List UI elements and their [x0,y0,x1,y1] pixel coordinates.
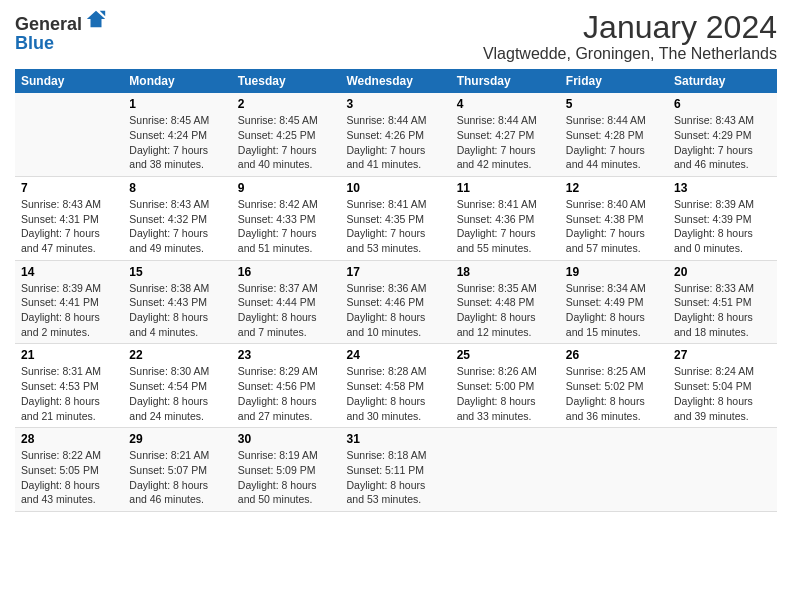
day-number: 25 [457,348,554,362]
header-row: Sunday Monday Tuesday Wednesday Thursday… [15,69,777,93]
col-sunday: Sunday [15,69,123,93]
calendar-cell: 25Sunrise: 8:26 AMSunset: 5:00 PMDayligh… [451,344,560,428]
calendar-week-row: 14Sunrise: 8:39 AMSunset: 4:41 PMDayligh… [15,260,777,344]
day-info: Sunrise: 8:43 AMSunset: 4:31 PMDaylight:… [21,197,117,256]
calendar-cell [560,428,668,512]
day-number: 10 [346,181,444,195]
day-info: Sunrise: 8:21 AMSunset: 5:07 PMDaylight:… [129,448,225,507]
day-number: 23 [238,348,335,362]
calendar-cell [15,93,123,176]
day-info: Sunrise: 8:44 AMSunset: 4:27 PMDaylight:… [457,113,554,172]
day-number: 30 [238,432,335,446]
day-number: 3 [346,97,444,111]
calendar-cell: 9Sunrise: 8:42 AMSunset: 4:33 PMDaylight… [232,176,341,260]
calendar-cell: 18Sunrise: 8:35 AMSunset: 4:48 PMDayligh… [451,260,560,344]
day-number: 27 [674,348,771,362]
day-info: Sunrise: 8:43 AMSunset: 4:32 PMDaylight:… [129,197,225,256]
calendar-table: Sunday Monday Tuesday Wednesday Thursday… [15,69,777,512]
col-saturday: Saturday [668,69,777,93]
day-number: 19 [566,265,662,279]
day-info: Sunrise: 8:30 AMSunset: 4:54 PMDaylight:… [129,364,225,423]
calendar-cell: 10Sunrise: 8:41 AMSunset: 4:35 PMDayligh… [340,176,450,260]
day-number: 7 [21,181,117,195]
calendar-week-row: 21Sunrise: 8:31 AMSunset: 4:53 PMDayligh… [15,344,777,428]
calendar-week-row: 28Sunrise: 8:22 AMSunset: 5:05 PMDayligh… [15,428,777,512]
day-number: 16 [238,265,335,279]
title-area: January 2024 Vlagtwedde, Groningen, The … [483,10,777,63]
calendar-cell: 17Sunrise: 8:36 AMSunset: 4:46 PMDayligh… [340,260,450,344]
calendar-week-row: 7Sunrise: 8:43 AMSunset: 4:31 PMDaylight… [15,176,777,260]
calendar-cell: 23Sunrise: 8:29 AMSunset: 4:56 PMDayligh… [232,344,341,428]
day-number: 28 [21,432,117,446]
calendar-cell: 19Sunrise: 8:34 AMSunset: 4:49 PMDayligh… [560,260,668,344]
calendar-cell: 22Sunrise: 8:30 AMSunset: 4:54 PMDayligh… [123,344,231,428]
col-thursday: Thursday [451,69,560,93]
calendar-cell: 14Sunrise: 8:39 AMSunset: 4:41 PMDayligh… [15,260,123,344]
calendar-cell: 7Sunrise: 8:43 AMSunset: 4:31 PMDaylight… [15,176,123,260]
day-info: Sunrise: 8:42 AMSunset: 4:33 PMDaylight:… [238,197,335,256]
day-info: Sunrise: 8:38 AMSunset: 4:43 PMDaylight:… [129,281,225,340]
col-wednesday: Wednesday [340,69,450,93]
logo-text-general: General [15,15,82,33]
col-monday: Monday [123,69,231,93]
main-container: General Blue January 2024 Vlagtwedde, Gr… [0,0,792,522]
logo: General Blue [15,14,107,52]
calendar-cell: 4Sunrise: 8:44 AMSunset: 4:27 PMDaylight… [451,93,560,176]
day-number: 20 [674,265,771,279]
day-info: Sunrise: 8:26 AMSunset: 5:00 PMDaylight:… [457,364,554,423]
day-info: Sunrise: 8:22 AMSunset: 5:05 PMDaylight:… [21,448,117,507]
day-info: Sunrise: 8:18 AMSunset: 5:11 PMDaylight:… [346,448,444,507]
calendar-cell: 21Sunrise: 8:31 AMSunset: 4:53 PMDayligh… [15,344,123,428]
calendar-cell: 20Sunrise: 8:33 AMSunset: 4:51 PMDayligh… [668,260,777,344]
day-info: Sunrise: 8:39 AMSunset: 4:41 PMDaylight:… [21,281,117,340]
calendar-cell: 3Sunrise: 8:44 AMSunset: 4:26 PMDaylight… [340,93,450,176]
calendar-cell: 2Sunrise: 8:45 AMSunset: 4:25 PMDaylight… [232,93,341,176]
day-info: Sunrise: 8:31 AMSunset: 4:53 PMDaylight:… [21,364,117,423]
day-info: Sunrise: 8:28 AMSunset: 4:58 PMDaylight:… [346,364,444,423]
day-info: Sunrise: 8:33 AMSunset: 4:51 PMDaylight:… [674,281,771,340]
day-number: 18 [457,265,554,279]
month-title: January 2024 [483,10,777,45]
day-info: Sunrise: 8:39 AMSunset: 4:39 PMDaylight:… [674,197,771,256]
day-number: 21 [21,348,117,362]
day-number: 11 [457,181,554,195]
calendar-week-row: 1Sunrise: 8:45 AMSunset: 4:24 PMDaylight… [15,93,777,176]
day-number: 5 [566,97,662,111]
day-number: 29 [129,432,225,446]
day-number: 1 [129,97,225,111]
day-number: 22 [129,348,225,362]
calendar-cell: 13Sunrise: 8:39 AMSunset: 4:39 PMDayligh… [668,176,777,260]
day-number: 26 [566,348,662,362]
day-info: Sunrise: 8:29 AMSunset: 4:56 PMDaylight:… [238,364,335,423]
day-info: Sunrise: 8:44 AMSunset: 4:26 PMDaylight:… [346,113,444,172]
day-info: Sunrise: 8:45 AMSunset: 4:24 PMDaylight:… [129,113,225,172]
calendar-cell: 12Sunrise: 8:40 AMSunset: 4:38 PMDayligh… [560,176,668,260]
day-info: Sunrise: 8:44 AMSunset: 4:28 PMDaylight:… [566,113,662,172]
calendar-cell: 26Sunrise: 8:25 AMSunset: 5:02 PMDayligh… [560,344,668,428]
day-number: 13 [674,181,771,195]
day-number: 2 [238,97,335,111]
day-info: Sunrise: 8:36 AMSunset: 4:46 PMDaylight:… [346,281,444,340]
day-info: Sunrise: 8:41 AMSunset: 4:36 PMDaylight:… [457,197,554,256]
calendar-cell: 6Sunrise: 8:43 AMSunset: 4:29 PMDaylight… [668,93,777,176]
day-info: Sunrise: 8:40 AMSunset: 4:38 PMDaylight:… [566,197,662,256]
day-info: Sunrise: 8:45 AMSunset: 4:25 PMDaylight:… [238,113,335,172]
location-title: Vlagtwedde, Groningen, The Netherlands [483,45,777,63]
day-number: 8 [129,181,225,195]
day-info: Sunrise: 8:19 AMSunset: 5:09 PMDaylight:… [238,448,335,507]
day-info: Sunrise: 8:25 AMSunset: 5:02 PMDaylight:… [566,364,662,423]
day-number: 24 [346,348,444,362]
calendar-cell [668,428,777,512]
calendar-cell: 24Sunrise: 8:28 AMSunset: 4:58 PMDayligh… [340,344,450,428]
day-number: 12 [566,181,662,195]
calendar-cell: 30Sunrise: 8:19 AMSunset: 5:09 PMDayligh… [232,428,341,512]
day-info: Sunrise: 8:37 AMSunset: 4:44 PMDaylight:… [238,281,335,340]
calendar-cell [451,428,560,512]
calendar-cell: 15Sunrise: 8:38 AMSunset: 4:43 PMDayligh… [123,260,231,344]
header-area: General Blue January 2024 Vlagtwedde, Gr… [15,10,777,63]
calendar-cell: 16Sunrise: 8:37 AMSunset: 4:44 PMDayligh… [232,260,341,344]
day-number: 4 [457,97,554,111]
col-tuesday: Tuesday [232,69,341,93]
day-number: 14 [21,265,117,279]
day-number: 9 [238,181,335,195]
